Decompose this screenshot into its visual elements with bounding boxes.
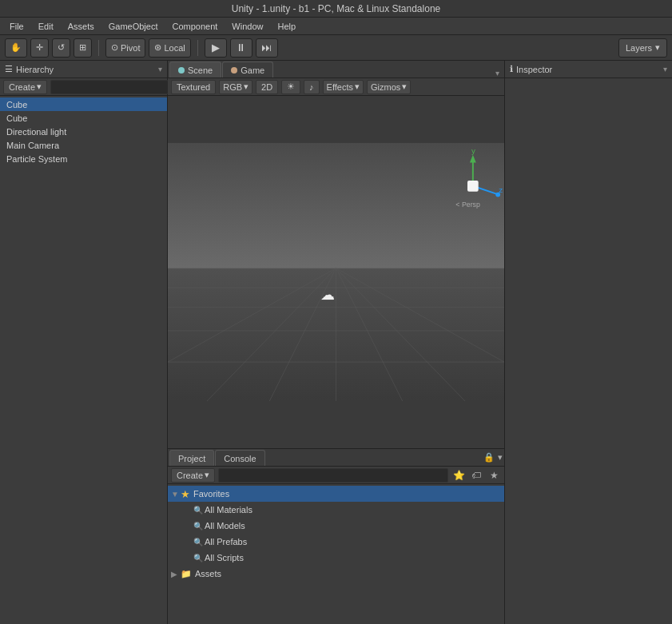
- layers-dropdown[interactable]: Layers ▾: [618, 38, 667, 58]
- hierarchy-search-input[interactable]: [50, 80, 169, 94]
- all-models-label: All Models: [205, 521, 245, 531]
- console-tab-label: Console: [224, 454, 256, 463]
- hand-icon: ✋: [10, 42, 22, 53]
- 2d-btn[interactable]: 2D: [256, 80, 278, 94]
- audio-btn[interactable]: ♪: [304, 80, 320, 94]
- effects-arrow: ▾: [355, 81, 360, 92]
- hand-tool-btn[interactable]: ✋: [5, 38, 27, 58]
- textured-btn[interactable]: Textured: [171, 80, 216, 94]
- svg-text:< Persp: < Persp: [455, 201, 480, 209]
- step-btn[interactable]: ⏭: [256, 38, 278, 58]
- project-star-icon[interactable]: ⭐: [451, 468, 466, 483]
- viewport-collapse-btn[interactable]: ▾: [492, 69, 503, 78]
- tree-item-all-models[interactable]: 🔍 All Models: [168, 518, 504, 534]
- pivot-btn[interactable]: ⊙ Pivot: [105, 38, 145, 58]
- effects-dropdown[interactable]: Effects ▾: [323, 80, 364, 94]
- project-create-btn[interactable]: Create ▾: [171, 468, 215, 483]
- play-btn[interactable]: ▶: [205, 38, 227, 58]
- gizmos-dropdown[interactable]: Gizmos ▾: [367, 80, 411, 94]
- center-area: Scene Game ▾ Textured RGB ▾ 2D: [168, 61, 504, 624]
- menu-bar: File Edit Assets GameObject Component Wi…: [0, 18, 672, 35]
- menu-edit[interactable]: Edit: [32, 20, 60, 33]
- hierarchy-item-particle-system[interactable]: Particle System: [0, 152, 167, 165]
- scene-tab-label: Scene: [188, 66, 213, 75]
- create-arrow-icon: ▾: [37, 81, 42, 92]
- search-icon: 🔍: [193, 522, 203, 531]
- tab-scene[interactable]: Scene: [169, 62, 221, 78]
- hierarchy-item-cube2[interactable]: Cube: [0, 111, 167, 125]
- gizmos-label: Gizmos: [371, 82, 400, 92]
- play-icon: ▶: [212, 42, 220, 54]
- textured-label: Textured: [177, 82, 210, 92]
- tree-item-assets[interactable]: ▶ 📁 Assets: [168, 566, 504, 582]
- window-title: Unity - 1.unity - b1 - PC, Mac & Linux S…: [232, 3, 440, 14]
- project-settings-icon[interactable]: ★: [487, 468, 501, 483]
- project-search-input[interactable]: [218, 468, 448, 483]
- move-tool-btn[interactable]: ✛: [30, 38, 49, 58]
- local-icon: ⊛: [154, 42, 161, 53]
- collapse-icon[interactable]: ▾: [498, 452, 503, 463]
- title-bar: Unity - 1.unity - b1 - PC, Mac & Linux S…: [0, 0, 672, 18]
- tab-console[interactable]: Console: [215, 450, 264, 466]
- menu-assets[interactable]: Assets: [62, 20, 101, 33]
- pivot-label: Pivot: [121, 43, 140, 53]
- rotate-tool-btn[interactable]: ↺: [52, 38, 70, 58]
- project-create-label: Create: [177, 471, 203, 480]
- viewport-area: Scene Game ▾ Textured RGB ▾ 2D: [168, 61, 504, 448]
- menu-help[interactable]: Help: [271, 20, 302, 33]
- light-icon: ☀: [287, 81, 295, 92]
- inspector-panel: ℹ Inspector ▾: [504, 61, 672, 624]
- layers-arrow-icon: ▾: [655, 42, 660, 53]
- tree-item-all-scripts[interactable]: 🔍 All Scripts: [168, 550, 504, 566]
- pause-icon: ⏸: [236, 42, 246, 54]
- hierarchy-item-label: Cube: [6, 100, 27, 109]
- project-tab-bar: Project Console 🔒 ▾: [168, 449, 504, 467]
- rgb-dropdown[interactable]: RGB ▾: [219, 80, 252, 94]
- pause-btn[interactable]: ⏸: [230, 38, 252, 58]
- hierarchy-item-label: Cube: [6, 113, 27, 123]
- local-label: Local: [164, 43, 185, 53]
- hierarchy-collapse-icon[interactable]: ▾: [158, 65, 162, 74]
- svg-text:☁: ☁: [320, 287, 335, 303]
- tree-item-all-materials[interactable]: 🔍 All Materials: [168, 502, 504, 518]
- toolbar-divider-1: [98, 40, 99, 56]
- all-prefabs-label: All Prefabs: [205, 537, 247, 546]
- 2d-label: 2D: [261, 82, 272, 92]
- gizmos-arrow: ▾: [402, 81, 407, 92]
- tree-item-all-prefabs[interactable]: 🔍 All Prefabs: [168, 534, 504, 550]
- lock-icon[interactable]: 🔒: [483, 452, 495, 463]
- scene-view[interactable]: y z < Persp ☁: [168, 96, 504, 448]
- inspector-icon: ℹ: [510, 64, 513, 74]
- assets-label: Assets: [195, 569, 221, 578]
- hierarchy-create-btn[interactable]: Create ▾: [3, 80, 47, 94]
- hierarchy-item-cube1[interactable]: Cube: [0, 97, 167, 111]
- local-btn[interactable]: ⊛ Local: [149, 38, 190, 58]
- step-icon: ⏭: [261, 42, 272, 54]
- tab-project[interactable]: Project: [169, 450, 214, 466]
- project-tag-icon[interactable]: 🏷: [469, 468, 483, 483]
- menu-file[interactable]: File: [3, 20, 30, 33]
- layers-label: Layers: [626, 43, 652, 53]
- hierarchy-item-directional-light[interactable]: Directional light: [0, 125, 167, 138]
- hierarchy-item-label: Directional light: [6, 127, 66, 137]
- rotate-icon: ↺: [58, 42, 65, 53]
- project-panel: Project Console 🔒 ▾ Create ▾: [168, 448, 504, 624]
- tab-game[interactable]: Game: [222, 62, 273, 78]
- hierarchy-icon: ☰: [5, 64, 13, 74]
- menu-gameobject[interactable]: GameObject: [102, 20, 165, 33]
- hierarchy-items-list: Cube Cube Directional light Main Camera …: [0, 96, 167, 624]
- rgb-label: RGB: [223, 82, 242, 92]
- menu-component[interactable]: Component: [165, 20, 224, 33]
- tree-item-favorites[interactable]: ▼ ★ Favorites: [168, 486, 504, 502]
- favorites-star-icon: ★: [181, 488, 190, 500]
- scale-tool-btn[interactable]: ⊞: [74, 38, 92, 58]
- project-tree: ▼ ★ Favorites 🔍 All Materials 🔍: [168, 484, 504, 624]
- main-area: ☰ Hierarchy ▾ Create ▾ All Cube Cube Dir…: [0, 61, 672, 624]
- hierarchy-item-main-camera[interactable]: Main Camera: [0, 138, 167, 152]
- menu-window[interactable]: Window: [225, 20, 269, 33]
- rgb-arrow: ▾: [244, 81, 249, 92]
- hierarchy-header: ☰ Hierarchy ▾: [0, 61, 167, 78]
- inspector-collapse-icon[interactable]: ▾: [663, 65, 667, 74]
- light-btn[interactable]: ☀: [281, 80, 300, 94]
- inspector-title: Inspector: [516, 65, 552, 74]
